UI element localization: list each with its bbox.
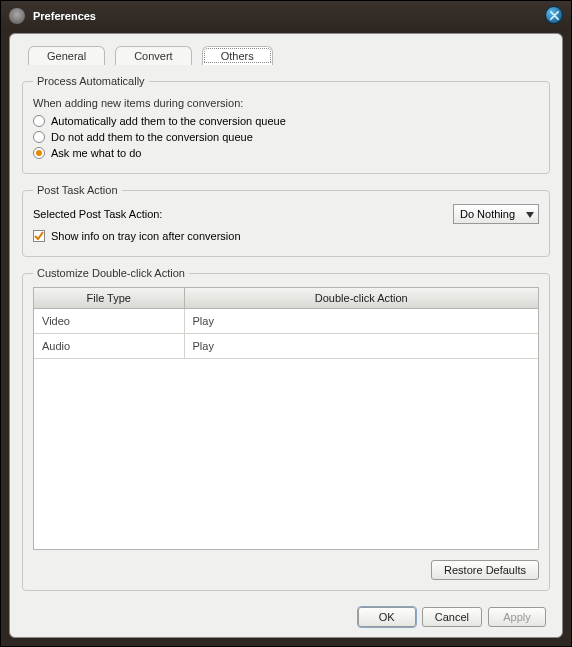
- tab-general[interactable]: General: [28, 46, 105, 65]
- preferences-window: Preferences General Convert Others Proce…: [0, 0, 572, 647]
- post-task-selected: Do Nothing: [460, 208, 515, 220]
- customize-legend: Customize Double-click Action: [33, 267, 189, 279]
- radio-do-not-add[interactable]: [33, 131, 45, 143]
- col-header-action[interactable]: Double-click Action: [184, 288, 538, 309]
- radio-auto-add[interactable]: [33, 115, 45, 127]
- process-auto-desc: When adding new items during conversion:: [33, 97, 539, 109]
- checkbox-show-tray-info-label: Show info on tray icon after conversion: [51, 230, 241, 242]
- col-header-filetype[interactable]: File Type: [34, 288, 184, 309]
- post-task-dropdown[interactable]: Do Nothing: [453, 204, 539, 224]
- post-task-label: Selected Post Task Action:: [33, 208, 162, 220]
- cell-action: Play: [184, 334, 538, 359]
- titlebar: Preferences: [1, 1, 571, 31]
- double-click-table: File Type Double-click Action Video Play…: [33, 287, 539, 550]
- cell-action: Play: [184, 309, 538, 334]
- post-task-group: Post Task Action Selected Post Task Acti…: [22, 184, 550, 257]
- dialog-footer: OK Cancel Apply: [22, 601, 550, 629]
- table-row[interactable]: Video Play: [34, 309, 538, 334]
- ok-button[interactable]: OK: [358, 607, 416, 627]
- cell-filetype: Audio: [34, 334, 184, 359]
- close-icon: [550, 11, 559, 20]
- chevron-down-icon: [526, 208, 534, 220]
- content-panel: General Convert Others Process Automatic…: [9, 33, 563, 638]
- post-task-legend: Post Task Action: [33, 184, 122, 196]
- apply-button[interactable]: Apply: [488, 607, 546, 627]
- radio-ask-label: Ask me what to do: [51, 147, 142, 159]
- window-title: Preferences: [33, 10, 96, 22]
- process-auto-group: Process Automatically When adding new it…: [22, 75, 550, 174]
- tab-others[interactable]: Others: [202, 46, 273, 65]
- close-button[interactable]: [545, 6, 563, 24]
- restore-defaults-button[interactable]: Restore Defaults: [431, 560, 539, 580]
- tab-convert[interactable]: Convert: [115, 46, 192, 65]
- table-row[interactable]: Audio Play: [34, 334, 538, 359]
- checkbox-show-tray-info[interactable]: [33, 230, 45, 242]
- customize-group: Customize Double-click Action File Type …: [22, 267, 550, 591]
- cancel-button[interactable]: Cancel: [422, 607, 482, 627]
- radio-ask[interactable]: [33, 147, 45, 159]
- tab-bar: General Convert Others: [22, 46, 550, 65]
- radio-auto-add-label: Automatically add them to the conversion…: [51, 115, 286, 127]
- app-icon: [9, 8, 25, 24]
- cell-filetype: Video: [34, 309, 184, 334]
- process-auto-legend: Process Automatically: [33, 75, 149, 87]
- radio-do-not-add-label: Do not add them to the conversion queue: [51, 131, 253, 143]
